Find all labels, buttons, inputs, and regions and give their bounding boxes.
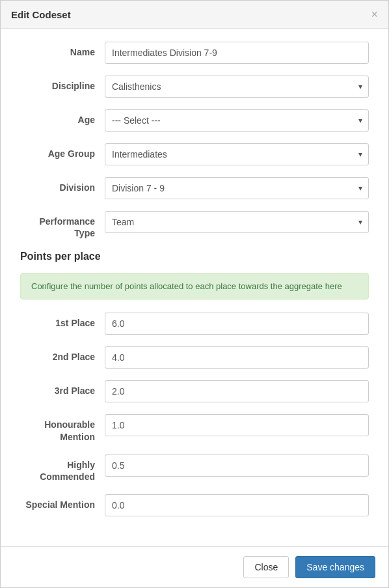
age-group-select-wrapper: Intermediates ▾: [105, 143, 369, 165]
special-mention-input[interactable]: [105, 494, 369, 516]
close-button[interactable]: Close: [243, 556, 289, 578]
third-place-input[interactable]: [105, 380, 369, 402]
name-field-group: Name: [20, 42, 369, 64]
third-place-label: 3rd Place: [20, 380, 105, 397]
division-label: Division: [20, 177, 105, 193]
modal-header: Edit Codeset ×: [1, 1, 388, 29]
honourable-mention-field-group: HonourableMention: [20, 414, 369, 442]
honourable-mention-input[interactable]: [105, 414, 369, 436]
edit-codeset-modal: Edit Codeset × Name Discipline Calisthen…: [0, 0, 389, 588]
second-place-field-group: 2nd Place: [20, 346, 369, 369]
highly-commended-label: HighlyCommended: [20, 455, 105, 483]
highly-commended-field-group: HighlyCommended: [20, 455, 369, 483]
save-changes-button[interactable]: Save changes: [295, 556, 375, 578]
performance-type-field-group: PerformanceType Team ▾: [20, 211, 369, 239]
performance-type-label: PerformanceType: [20, 211, 105, 239]
highly-commended-input[interactable]: [105, 455, 369, 477]
modal-body: Name Discipline Calisthenics ▾ Age --- S…: [1, 29, 388, 546]
second-place-label: 2nd Place: [20, 346, 105, 363]
performance-type-select-wrapper: Team ▾: [105, 211, 369, 233]
modal-footer: Close Save changes: [1, 546, 388, 587]
division-select-wrapper: Division 7 - 9 ▾: [105, 177, 369, 199]
second-place-input[interactable]: [105, 346, 369, 369]
performance-type-select[interactable]: Team: [105, 211, 369, 233]
discipline-label: Discipline: [20, 76, 105, 92]
age-select-wrapper: --- Select --- ▾: [105, 109, 369, 132]
first-place-field-group: 1st Place: [20, 313, 369, 335]
age-group-label: Age Group: [20, 143, 105, 160]
age-field-group: Age --- Select --- ▾: [20, 109, 369, 132]
age-label: Age: [20, 109, 105, 126]
modal-close-x-button[interactable]: ×: [371, 8, 378, 20]
division-select[interactable]: Division 7 - 9: [105, 177, 369, 199]
points-info-box: Configure the number of points allocated…: [20, 273, 369, 300]
honourable-mention-label: HonourableMention: [20, 414, 105, 442]
age-select[interactable]: --- Select ---: [105, 109, 369, 132]
discipline-select-wrapper: Calisthenics ▾: [105, 76, 369, 98]
special-mention-label: Special Mention: [20, 494, 105, 511]
modal-title: Edit Codeset: [11, 9, 71, 20]
discipline-select[interactable]: Calisthenics: [105, 76, 369, 98]
special-mention-field-group: Special Mention: [20, 494, 369, 516]
name-input[interactable]: [105, 42, 369, 64]
age-group-field-group: Age Group Intermediates ▾: [20, 143, 369, 165]
points-section-title: Points per place: [20, 251, 369, 262]
discipline-field-group: Discipline Calisthenics ▾: [20, 76, 369, 98]
third-place-field-group: 3rd Place: [20, 380, 369, 402]
division-field-group: Division Division 7 - 9 ▾: [20, 177, 369, 199]
first-place-label: 1st Place: [20, 313, 105, 329]
age-group-select[interactable]: Intermediates: [105, 143, 369, 165]
first-place-input[interactable]: [105, 313, 369, 335]
name-label: Name: [20, 42, 105, 58]
